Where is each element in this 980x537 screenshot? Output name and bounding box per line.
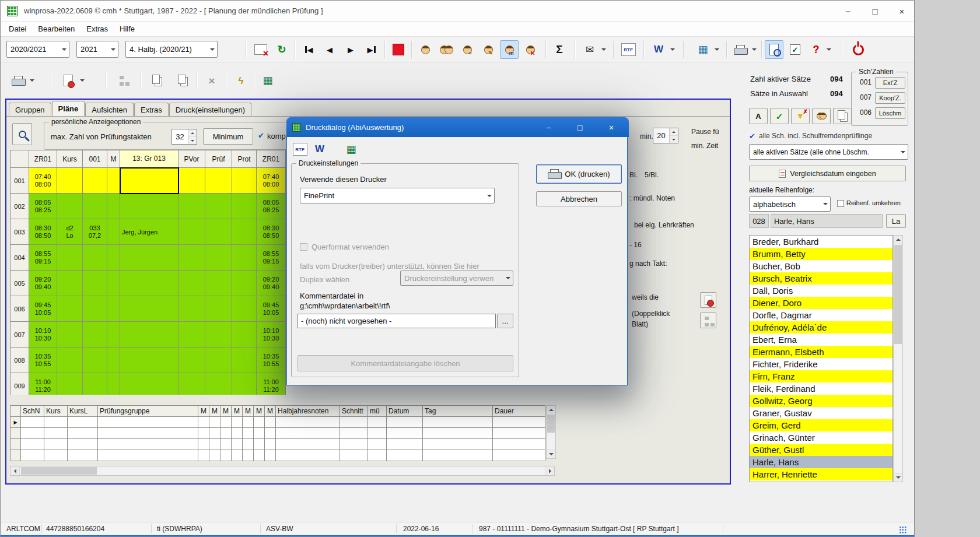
results-row[interactable] [10, 428, 545, 439]
dialog-minimize-button[interactable]: − [538, 120, 559, 135]
cell-group[interactable] [120, 245, 178, 271]
results-row[interactable] [10, 450, 545, 461]
cell-prot[interactable] [232, 348, 257, 373]
col-dauer[interactable]: Dauer [493, 406, 545, 417]
search-button[interactable] [12, 123, 32, 145]
refresh-button[interactable]: ↻ [272, 40, 291, 59]
cell-pruef[interactable] [205, 168, 232, 194]
cell-m[interactable] [107, 373, 120, 395]
students-group-button[interactable] [437, 40, 456, 59]
scrollbar-thumb[interactable] [894, 245, 902, 344]
dialog-rtf-button[interactable]: RTF [292, 141, 308, 157]
print-small-button[interactable] [700, 292, 716, 308]
cell-time2[interactable]: 11:0011:20 [257, 373, 286, 395]
cell-time2[interactable]: 08:3008:50 [257, 219, 286, 245]
list-item[interactable]: Brumm, Betty [750, 248, 892, 260]
cell-kurs[interactable] [57, 296, 83, 322]
student-list-scrollbar[interactable] [893, 235, 903, 482]
mail-button[interactable]: ✉ [580, 40, 599, 59]
col-001[interactable]: 001 [83, 150, 107, 168]
cell-prot[interactable] [232, 194, 257, 219]
cell-pruef[interactable] [205, 348, 232, 373]
cell-m[interactable] [107, 194, 120, 219]
cell-prot[interactable] [232, 168, 257, 194]
term-select[interactable]: 4. Halbj. (2020/21) [125, 41, 218, 58]
tab-extras[interactable]: Extras [134, 103, 169, 116]
next-record-button[interactable]: ▶ [341, 40, 360, 59]
col-m[interactable]: M [243, 406, 254, 417]
col-m[interactable]: M [232, 406, 243, 417]
cell-prot[interactable] [232, 322, 257, 348]
cell-001[interactable] [83, 271, 107, 296]
row-number[interactable]: 005 [10, 271, 29, 296]
table-export-button[interactable]: ▦ [694, 40, 712, 59]
list-item[interactable]: Graner, Gustav [750, 407, 892, 419]
cell-pvor[interactable] [178, 348, 205, 373]
cell-pvor[interactable] [178, 168, 205, 194]
list-item[interactable]: Güther, Gustl [750, 444, 892, 456]
print-button[interactable] [731, 40, 750, 59]
cell-kurs[interactable] [57, 348, 83, 373]
spin-up-icon[interactable] [188, 129, 197, 137]
list-item[interactable]: Fichter, Friderike [750, 358, 892, 370]
schoolyear-select[interactable]: 2020/2021 [6, 41, 69, 58]
results-row[interactable]: ▶ [10, 417, 545, 428]
list-item[interactable]: Bucher, Bob [750, 260, 892, 272]
minimum-button[interactable]: Minimum [203, 128, 253, 145]
scroll-down-icon[interactable] [894, 473, 902, 482]
la-button[interactable]: La [886, 214, 906, 228]
row-number[interactable]: 006 [10, 296, 29, 322]
cell-001[interactable] [83, 296, 107, 322]
col-m[interactable]: M [107, 150, 120, 168]
checklist-button[interactable]: ✓ [786, 40, 804, 59]
list-item[interactable]: Gollwitz, Georg [750, 395, 892, 407]
dialog-word-button[interactable]: W [312, 141, 328, 157]
cell-pruef[interactable] [205, 271, 232, 296]
cancel-button[interactable]: Abbrechen [536, 191, 622, 206]
structure-small-button[interactable] [700, 313, 716, 328]
cell-group[interactable] [120, 296, 178, 322]
tab-gruppen[interactable]: Gruppen [9, 103, 51, 116]
list-item[interactable]: Eiermann, Elsbeth [750, 346, 892, 358]
cell-kurs[interactable] [57, 322, 83, 348]
list-item[interactable]: Grinach, Günter [750, 431, 892, 444]
landscape-checkbox[interactable] [300, 243, 307, 251]
table-dropdown[interactable] [712, 40, 721, 59]
list-item[interactable]: Greim, Gerd [750, 419, 892, 431]
list-item[interactable]: Ebert, Erna [750, 334, 892, 346]
certificate-dropdown[interactable] [78, 71, 86, 90]
loeschm-button[interactable]: Löschm [875, 107, 905, 119]
cell-group[interactable] [120, 194, 178, 219]
maximize-button[interactable]: □ [862, 1, 888, 22]
clear-button[interactable]: × [202, 71, 221, 90]
col-m[interactable]: M [198, 406, 209, 417]
cell-m[interactable] [107, 296, 120, 322]
cell-001[interactable] [83, 322, 107, 348]
cell-prot[interactable] [232, 373, 257, 395]
print-preview-button[interactable] [765, 40, 783, 59]
cell-pruef[interactable] [205, 373, 232, 395]
all-students-checkbox[interactable]: ✔ [749, 132, 755, 140]
menu-datei[interactable]: Datei [3, 22, 32, 36]
scroll-right-icon[interactable] [545, 466, 554, 475]
word-dropdown[interactable] [668, 40, 677, 59]
col-mue[interactable]: mü [368, 406, 387, 417]
results-row[interactable] [10, 439, 545, 450]
cell-001[interactable] [83, 348, 107, 373]
cell-pvor[interactable] [178, 296, 205, 322]
print-plan-button[interactable] [9, 71, 27, 90]
copy-list-button[interactable] [833, 108, 852, 124]
col-pruefungsgruppe[interactable]: Prüfungsgruppe [98, 406, 198, 417]
menu-bearbeiten[interactable]: Bearbeiten [32, 22, 80, 36]
help-button[interactable]: ? [807, 40, 825, 59]
exit-button[interactable] [849, 40, 867, 59]
cell-001[interactable] [83, 168, 107, 194]
last-record-button[interactable]: ▶ [362, 40, 381, 59]
list-item[interactable]: Dall, Doris [750, 285, 892, 297]
cell-time2[interactable]: 09:4510:05 [257, 296, 286, 322]
mail-dropdown[interactable] [599, 40, 608, 59]
cell-group[interactable] [120, 271, 178, 296]
cell-kurs[interactable] [57, 271, 83, 296]
scroll-down-icon[interactable] [547, 450, 555, 458]
row-number[interactable]: 002 [10, 194, 29, 219]
